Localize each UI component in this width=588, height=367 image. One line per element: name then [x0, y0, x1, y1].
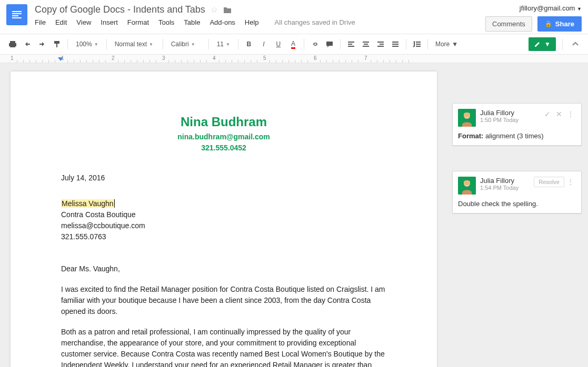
comment-time: 1:54 PM Today	[480, 185, 530, 191]
ruler-number: 1	[61, 55, 64, 61]
more-label: More	[435, 40, 450, 48]
align-right-icon[interactable]	[374, 38, 387, 50]
svg-rect-0	[10, 41, 15, 43]
ruler-number: 6	[314, 55, 317, 61]
text-color-icon[interactable]: A	[287, 38, 300, 50]
ruler-number: 1	[11, 55, 14, 61]
paint-format-icon[interactable]	[51, 38, 63, 50]
doc-recipient-phone: 321.555.0763	[61, 231, 386, 242]
doc-recipient-email: melissa@ccboutique.com	[61, 220, 386, 231]
menu-format[interactable]: Format	[127, 18, 149, 26]
doc-heading-name: Nina Budhram	[61, 113, 386, 131]
font-value: Calibri	[171, 40, 189, 48]
docs-logo[interactable]	[6, 4, 27, 25]
resolve-button[interactable]: Resolve	[534, 177, 564, 187]
zoom-select[interactable]: 100%▼	[72, 38, 102, 50]
folder-icon[interactable]	[223, 6, 232, 14]
bold-icon[interactable]: B	[243, 38, 255, 50]
chevron-down-icon: ▼	[544, 40, 551, 48]
more-options-icon[interactable]: ⋮	[565, 109, 576, 119]
svg-rect-2	[10, 45, 15, 47]
size-value: 11	[217, 40, 224, 48]
doc-contact-email: nina.budhram@gmail.com	[61, 131, 386, 142]
underline-icon[interactable]: U	[272, 38, 285, 50]
star-icon[interactable]: ☆	[211, 5, 218, 15]
italic-icon[interactable]: I	[257, 38, 270, 50]
menu-table[interactable]: Table	[184, 18, 200, 26]
accept-suggestion-icon[interactable]: ✓	[542, 109, 553, 119]
chevron-down-icon: ▼	[94, 42, 98, 47]
svg-rect-3	[54, 41, 59, 44]
comment-icon[interactable]	[323, 38, 336, 50]
menu-help[interactable]: Help	[245, 18, 259, 26]
avatar	[458, 177, 476, 195]
align-center-icon[interactable]	[360, 38, 372, 50]
chevron-down-icon: ▼	[149, 42, 153, 47]
chevron-down-icon: ▼	[191, 42, 195, 47]
comment-author: Julia Fillory	[480, 109, 538, 117]
hide-menus-icon[interactable]	[569, 38, 582, 50]
font-select[interactable]: Calibri▼	[167, 38, 204, 50]
print-icon[interactable]	[6, 38, 19, 50]
chevron-down-icon: ▼	[452, 40, 458, 48]
undo-icon[interactable]	[21, 38, 34, 50]
paragraph-style-select[interactable]: Normal text▼	[111, 38, 158, 50]
ruler-number: 3	[162, 55, 165, 61]
link-icon[interactable]	[308, 38, 321, 50]
comment-card[interactable]: Julia Fillory 1:54 PM Today Resolve ⋮ Do…	[452, 171, 582, 213]
chevron-down-icon: ▼	[226, 42, 230, 47]
ruler-number: 2	[112, 55, 115, 61]
doc-paragraph-1: I was excited to find the Retail Manager…	[61, 284, 386, 317]
font-size-select[interactable]: 11▼	[213, 38, 234, 50]
comment-time: 1:50 PM Today	[480, 117, 538, 123]
redo-icon[interactable]	[36, 38, 48, 50]
ruler-number: 5	[263, 55, 266, 61]
format-text: alignment (3 times)	[483, 132, 543, 140]
lock-icon: 🔒	[545, 21, 552, 27]
comment-author: Julia Fillory	[480, 177, 530, 185]
comments-button[interactable]: Comments	[485, 16, 532, 32]
menu-insert[interactable]: Insert	[101, 18, 118, 26]
menu-file[interactable]: File	[35, 18, 46, 26]
menu-view[interactable]: View	[76, 18, 91, 26]
doc-paragraph-2: Both as a patron and retail professional…	[61, 327, 386, 367]
menu-addons[interactable]: Add-ons	[210, 18, 235, 26]
line-spacing-icon[interactable]	[411, 38, 423, 50]
style-value: Normal text	[115, 40, 147, 48]
zoom-value: 100%	[76, 40, 92, 48]
doc-contact-phone: 321.555.0452	[61, 142, 386, 154]
document-page[interactable]: Nina Budhram nina.budhram@gmail.com 321.…	[11, 72, 437, 367]
doc-greeting: Dear Ms. Vaughn,	[61, 263, 386, 274]
user-email-text: jfillory@gmail.com	[520, 4, 575, 12]
ruler-number: 7	[364, 55, 367, 61]
reject-suggestion-icon[interactable]: ✕	[554, 109, 564, 119]
comment-text: Double check the spelling.	[458, 200, 576, 208]
share-button[interactable]: 🔒 Share	[537, 16, 582, 32]
ruler-number: 4	[213, 55, 216, 61]
user-email[interactable]: jfillory@gmail.com ▼	[485, 4, 582, 12]
pencil-icon	[534, 40, 541, 48]
ruler[interactable]: 11234567	[0, 55, 588, 63]
avatar	[458, 109, 476, 127]
menu-tools[interactable]: Tools	[158, 18, 174, 26]
editing-mode-button[interactable]: ▼	[529, 37, 556, 51]
align-left-icon[interactable]	[345, 38, 357, 50]
menu-bar: File Edit View Insert Format Tools Table…	[35, 18, 485, 26]
more-button[interactable]: More▼	[432, 38, 461, 50]
menu-edit[interactable]: Edit	[55, 18, 67, 26]
doc-recipient-company: Contra Costa Boutique	[61, 209, 386, 220]
align-justify-icon[interactable]	[389, 38, 402, 50]
doc-title[interactable]: Copy of Google Docs - Indents and Tabs	[35, 4, 205, 15]
chevron-down-icon: ▼	[577, 6, 582, 12]
suggestion-card[interactable]: Julia Fillory 1:50 PM Today ✓ ✕ ⋮ Format…	[452, 103, 582, 146]
save-status: All changes saved in Drive	[275, 18, 355, 26]
more-options-icon[interactable]: ⋮	[565, 177, 576, 187]
share-label: Share	[555, 20, 574, 28]
svg-rect-4	[56, 44, 57, 47]
doc-date: July 14, 2016	[61, 172, 386, 183]
format-label: Format:	[458, 132, 483, 140]
doc-recipient-name: Melissa Vaughn	[61, 199, 115, 208]
